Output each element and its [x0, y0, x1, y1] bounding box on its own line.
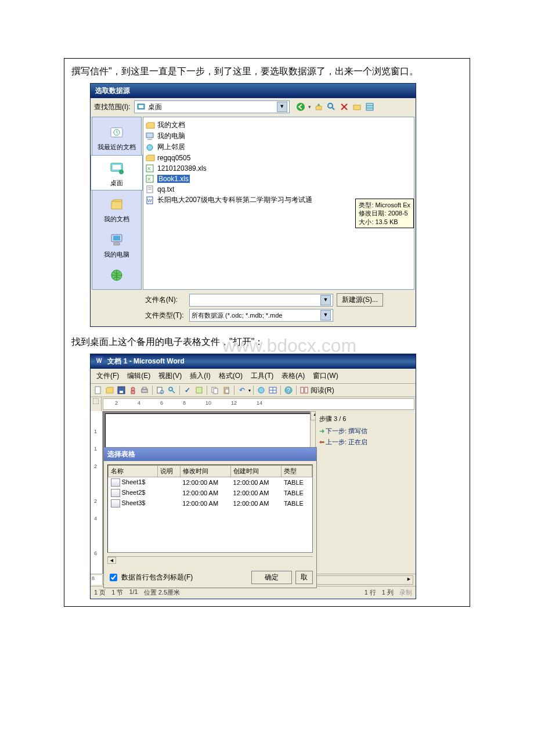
delete-icon[interactable]: [339, 102, 349, 112]
ok-button[interactable]: 确定: [251, 571, 292, 584]
lookin-label: 查找范围(I):: [94, 102, 131, 112]
file-item[interactable]: qq.txt: [146, 184, 412, 195]
file-item-selected[interactable]: XBook1.xls: [146, 174, 412, 184]
filename-combo[interactable]: ▼: [189, 294, 333, 307]
read-icon[interactable]: [299, 385, 309, 395]
col-crt[interactable]: 创建时间: [231, 466, 282, 477]
first-row-checkbox[interactable]: 数据首行包含列标题(F): [107, 572, 193, 583]
back-icon[interactable]: [295, 102, 306, 112]
table-row[interactable]: Sheet1$12:00:00 AM12:00:00 AMTABLE: [109, 477, 312, 488]
dropdown-icon[interactable]: ▼: [320, 295, 331, 305]
cancel-button[interactable]: 取: [295, 571, 313, 584]
lookin-value: 桌面: [148, 102, 162, 112]
status-pages: 1/1: [129, 588, 138, 597]
desktop-place-icon: [107, 159, 126, 178]
svg-text:?: ?: [287, 387, 290, 394]
desktop-icon: [136, 102, 146, 111]
txt-icon: [146, 185, 155, 194]
sheet-icon: [111, 478, 120, 487]
col-type[interactable]: 类型: [282, 466, 312, 477]
table-icon[interactable]: [268, 385, 278, 395]
file-item[interactable]: regqq0505: [146, 153, 412, 163]
folder-icon: [146, 121, 155, 130]
search-icon[interactable]: [326, 102, 337, 112]
sheet-icon: [111, 489, 120, 497]
vertical-ruler[interactable]: 112 246: [91, 411, 103, 574]
up-icon[interactable]: [313, 102, 324, 112]
menu-view[interactable]: 视图(V): [155, 370, 185, 382]
word-icon: W: [95, 357, 105, 365]
task-pane: 步骤 3 / 6 ➜下一步: 撰写信 ⬅上一步: 正在启: [315, 411, 416, 574]
spelling-icon[interactable]: ✓: [182, 385, 193, 395]
paragraph-1: 撰写信件"，到这里一直是下一步，到了这里，要选取数据源了，出来一个浏览窗口。: [71, 64, 463, 78]
svg-rect-57: [93, 398, 99, 404]
col-name[interactable]: 名称: [109, 466, 158, 477]
menu-file[interactable]: 文件(F): [93, 370, 122, 382]
paste-icon[interactable]: [221, 385, 232, 395]
prev-step-link[interactable]: 上一步: 正在启: [326, 438, 367, 445]
status-record: 录制: [399, 588, 412, 597]
printpreview-icon[interactable]: [155, 385, 165, 395]
file-list[interactable]: 我的文档 我的电脑 网上邻居 regqq0505 X1210120389.xls…: [143, 117, 414, 290]
table-row[interactable]: Sheet2$12:00:00 AM12:00:00 AMTABLE: [109, 488, 312, 498]
menu-tools[interactable]: 工具(T): [247, 370, 277, 382]
doc-icon: W: [146, 196, 155, 205]
svg-rect-46: [214, 388, 218, 394]
next-step-link[interactable]: 下一步: 撰写信: [326, 427, 367, 434]
svg-text:W: W: [96, 358, 102, 364]
open-icon[interactable]: [104, 385, 115, 395]
research-icon[interactable]: [194, 385, 204, 395]
svg-rect-35: [120, 391, 123, 393]
computer-small-icon: [146, 132, 155, 141]
file-item[interactable]: 我的电脑: [146, 131, 412, 142]
svg-rect-33: [95, 387, 100, 394]
xls-icon: X: [146, 174, 155, 183]
copy-icon[interactable]: [210, 385, 220, 395]
dropdown-icon[interactable]: ▼: [277, 102, 287, 112]
svg-point-3: [328, 103, 333, 108]
help-icon[interactable]: ?: [283, 385, 294, 395]
svg-rect-20: [147, 139, 152, 140]
read-label[interactable]: 阅读(R): [311, 386, 334, 395]
menu-table[interactable]: 表格(A): [278, 370, 308, 382]
xls-icon: X: [146, 164, 155, 173]
new-source-button[interactable]: 新建源(S)...: [337, 293, 383, 307]
views-icon[interactable]: [365, 102, 375, 112]
ruler-toggle[interactable]: [91, 397, 102, 411]
col-desc[interactable]: 说明: [158, 466, 181, 477]
lookin-combo[interactable]: 桌面 ▼: [134, 100, 290, 113]
grid-scrollbar[interactable]: [107, 556, 313, 565]
undo-icon[interactable]: ↶: [237, 385, 247, 395]
filetype-combo[interactable]: 所有数据源 (*.odc; *.mdb; *.mde▼: [189, 309, 333, 322]
filetype-label: 文件类型(T):: [145, 311, 186, 321]
horizontal-ruler[interactable]: 2468101214: [103, 398, 414, 410]
place-desktop[interactable]: 桌面: [91, 155, 143, 190]
file-item[interactable]: 网上邻居: [146, 142, 412, 153]
svg-rect-19: [146, 133, 153, 138]
menu-format[interactable]: 格式(O): [215, 370, 246, 382]
save-icon[interactable]: [116, 385, 127, 395]
file-item[interactable]: X1210120389.xls: [146, 163, 412, 174]
menu-edit[interactable]: 编辑(E): [124, 370, 154, 382]
place-network[interactable]: [91, 262, 142, 287]
place-recent[interactable]: 我最近的文档: [91, 120, 142, 154]
place-documents[interactable]: 我的文档: [91, 192, 142, 226]
place-computer[interactable]: 我的电脑: [91, 227, 142, 261]
select-table-title: 选择表格: [104, 448, 316, 461]
search-toolbar-icon[interactable]: [167, 385, 177, 395]
svg-rect-39: [143, 387, 146, 389]
permission-icon[interactable]: [128, 385, 138, 395]
table-row[interactable]: Sheet3$12:00:00 AM12:00:00 AMTABLE: [109, 498, 312, 509]
col-mod[interactable]: 修改时间: [180, 466, 230, 477]
print-icon[interactable]: [139, 385, 150, 395]
table-grid[interactable]: 名称 说明 修改时间 创建时间 类型 Sheet1$12:00:00 AM12:…: [107, 465, 313, 553]
new-icon[interactable]: [93, 385, 103, 395]
link-icon[interactable]: [256, 385, 266, 395]
file-item[interactable]: 我的文档: [146, 120, 412, 131]
svg-rect-17: [114, 243, 120, 245]
word-window: W 文档 1 - Microsoft Word 文件(F) 编辑(E) 视图(V…: [90, 354, 416, 599]
newfolder-icon[interactable]: [352, 102, 362, 112]
dropdown-icon[interactable]: ▼: [320, 310, 331, 321]
menu-window[interactable]: 窗口(W): [309, 370, 341, 382]
menu-insert[interactable]: 插入(I): [186, 370, 214, 382]
